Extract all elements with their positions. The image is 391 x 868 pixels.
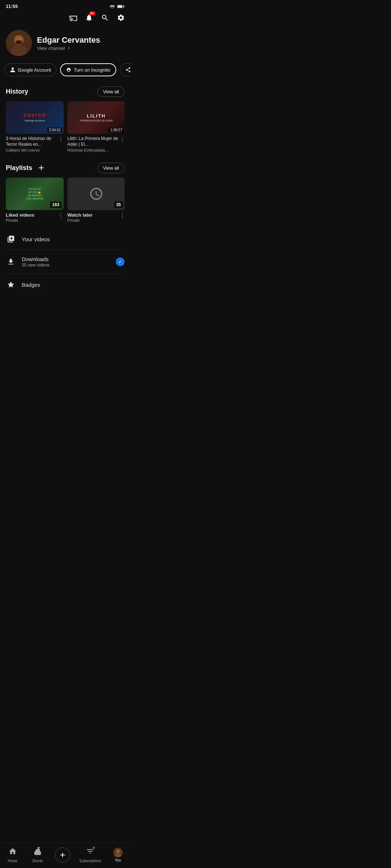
nav-subscriptions-label: Subscriptions [79,859,101,863]
video-duration-1: 3:04:02 [47,128,62,132]
home-icon [8,847,17,858]
menu-badges[interactable]: Badges [0,274,130,295]
search-button[interactable] [100,13,110,23]
playlist-info-liked: Liked videos Private ⋮ [6,212,64,222]
history-video-2[interactable]: LILITH PRIMERA MUJER DE ADÁN 1:08:57 Lil… [67,101,125,152]
playlist-thumb-liked: KIYOSAKIBITCOI 👍NO IMPARÁPOR SIEMPRE 163 [6,178,64,210]
history-header: History View all [6,86,125,97]
profile-section: Edgar Cervantes View channel [0,26,130,62]
video-title-1: 3 Horas de Historias de Terror Reales en… [6,136,64,147]
video-thumbnail-2: LILITH PRIMERA MUJER DE ADÁN 1:08:57 [67,101,125,134]
nav-add[interactable] [50,846,75,864]
playlist-watchlater[interactable]: 35 Watch later Private ⋮ [67,178,125,222]
liked-count: 163 [50,201,62,208]
video-menu-1[interactable]: ⋮ [58,136,64,143]
video-menu-2[interactable]: ⋮ [119,136,125,143]
video-title-2: Lilith: La Primera Mujer de Adán | El... [67,136,125,147]
video-info-2: Lilith: La Primera Mujer de Adán | El...… [67,136,125,152]
status-icons [109,4,125,9]
video-channel-2: Historias Embrujadas... [67,148,125,152]
svg-point-9 [116,850,120,853]
badges-label: Badges [22,282,40,288]
history-video-1[interactable]: COSTCO Historias de terror 3:04:02 3 Hor… [6,101,64,152]
playlists-view-all[interactable]: View all [97,163,125,173]
you-icon [113,848,123,857]
history-video-list: COSTCO Historias de terror 3:04:02 3 Hor… [6,101,125,152]
nav-you[interactable]: You [105,846,130,864]
badges-icon [6,280,16,290]
bottom-nav: Home Shorts Subscriptions Y [0,843,130,868]
watchlater-count: 35 [114,201,123,208]
google-account-button[interactable]: Google Account [4,63,56,76]
history-view-all[interactable]: View all [97,86,125,97]
playlist-menu-watchlater[interactable]: ⋮ [119,212,125,219]
history-section: History View all COSTCO Historias de ter… [0,82,130,155]
playlist-info-watchlater: Watch later Private ⋮ [67,212,125,222]
video-info-1: 3 Horas de Historias de Terror Reales en… [6,136,64,152]
view-channel-link[interactable]: View channel [37,46,100,51]
subscriptions-icon [86,847,94,858]
top-bar: 9+ [0,11,130,26]
google-account-label: Google Account [18,67,51,73]
svg-rect-2 [124,6,125,7]
nav-shorts-label: Shorts [32,859,43,863]
wifi-icon [109,4,115,9]
menu-section: Your videos Downloads 35 new videos ✓ Ba… [0,228,130,295]
nav-you-label: You [115,858,121,862]
downloads-icon [6,257,16,267]
subscriptions-badge [92,846,95,849]
downloads-label: Downloads [22,256,50,262]
video-duration-2: 1:08:57 [109,128,124,132]
your-videos-icon [6,234,16,244]
cast-button[interactable] [68,13,78,23]
settings-button[interactable] [116,13,126,23]
add-playlist-button[interactable] [36,162,47,173]
action-buttons-row: Google Account Turn on Incognito Share c… [0,62,130,82]
downloads-right: ✓ [116,258,125,266]
playlist-thumb-watchlater: 35 [67,178,125,210]
playlists-list: KIYOSAKIBITCOI 👍NO IMPARÁPOR SIEMPRE 163… [6,178,125,222]
nav-shorts[interactable]: Shorts [25,846,50,864]
svg-rect-1 [118,5,122,7]
video-channel-1: Callejon del cuervo [6,148,64,152]
playlists-title: Playlists [6,164,32,172]
playlist-liked[interactable]: KIYOSAKIBITCOI 👍NO IMPARÁPOR SIEMPRE 163… [6,178,64,222]
avatar[interactable] [6,30,32,56]
menu-downloads[interactable]: Downloads 35 new videos ✓ [0,250,130,273]
share-channel-button[interactable]: Share channel [120,63,131,76]
profile-info: Edgar Cervantes View channel [37,35,100,51]
battery-icon [117,4,125,9]
your-videos-label: Your videos [22,236,50,242]
video-thumbnail-1: COSTCO Historias de terror 3:04:02 [6,101,64,134]
playlists-header-left: Playlists [6,162,47,173]
nav-subscriptions[interactable]: Subscriptions [75,846,105,864]
profile-name: Edgar Cervantes [37,35,100,45]
nav-home[interactable]: Home [0,846,25,864]
incognito-label: Turn on Incognito [74,67,110,73]
playlist-sub-watchlater: Private [67,218,125,222]
notification-button[interactable]: 9+ [84,13,94,23]
playlist-menu-liked[interactable]: ⋮ [58,212,64,219]
svg-point-7 [16,40,22,44]
menu-your-videos[interactable]: Your videos [0,228,130,250]
status-bar: 11:55 [0,0,130,11]
notification-badge: 9+ [89,11,96,16]
playlist-name-watchlater: Watch later [67,212,125,218]
status-time: 11:55 [6,4,18,9]
nav-home-label: Home [8,859,17,863]
playlists-header: Playlists View all [6,162,125,173]
playlist-sub-liked: Private [6,218,64,222]
downloads-check-icon: ✓ [116,258,125,266]
history-title: History [6,88,28,95]
downloads-sub: 35 new videos [22,263,50,268]
playlist-name-liked: Liked videos [6,212,64,218]
incognito-button[interactable]: Turn on Incognito [60,63,116,76]
playlists-section: Playlists View all KIYOSAKIBITCOI 👍NO IM… [0,158,130,225]
shorts-icon [33,847,42,858]
you-avatar [113,848,123,857]
add-button[interactable] [55,847,70,863]
